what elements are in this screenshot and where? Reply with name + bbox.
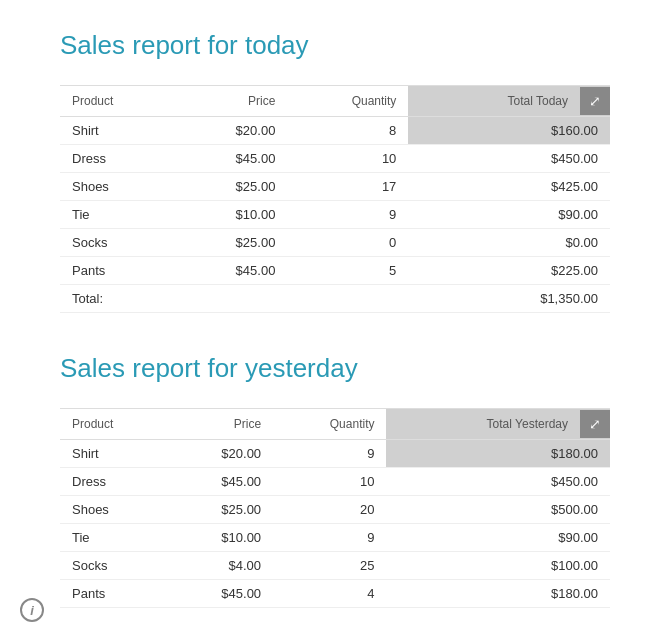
table-row: Socks $25.00 0 $0.00 [60,229,610,257]
yesterday-table: Product Price Quantity Total Yesterday ⤢… [60,408,610,608]
col-quantity-today: Quantity [287,86,408,117]
today-total-row: Total: $1,350.00 [60,285,610,313]
table-row: Shoes $25.00 20 $500.00 [60,496,610,524]
info-icon[interactable]: i [20,598,44,622]
table-row: Shoes $25.00 17 $425.00 [60,173,610,201]
table-row: Shirt $20.00 8 $160.00 [60,117,610,145]
today-total-value: $1,350.00 [408,285,610,313]
col-price-yesterday: Price [168,409,273,440]
yesterday-section: Sales report for yesterday Product Price… [60,353,610,608]
export-yesterday-button[interactable]: ⤢ [580,410,610,438]
table-row: Shirt $20.00 9 $180.00 [60,440,610,468]
table-row: Dress $45.00 10 $450.00 [60,145,610,173]
export-today-button[interactable]: ⤢ [580,87,610,115]
col-quantity-yesterday: Quantity [273,409,386,440]
table-row: Socks $4.00 25 $100.00 [60,552,610,580]
today-title: Sales report for today [60,30,610,61]
table-row: Tie $10.00 9 $90.00 [60,524,610,552]
yesterday-title: Sales report for yesterday [60,353,610,384]
col-total-today: Total Today ⤢ [408,86,610,117]
col-product-today: Product [60,86,175,117]
today-section: Sales report for today Product Price Qua… [60,30,610,313]
today-table: Product Price Quantity Total Today ⤢ Shi… [60,85,610,313]
col-product-yesterday: Product [60,409,168,440]
table-row: Pants $45.00 4 $180.00 [60,580,610,608]
today-total-label: Total: [60,285,175,313]
col-total-yesterday: Total Yesterday ⤢ [386,409,610,440]
table-row: Tie $10.00 9 $90.00 [60,201,610,229]
table-row: Pants $45.00 5 $225.00 [60,257,610,285]
col-price-today: Price [175,86,287,117]
table-row: Dress $45.00 10 $450.00 [60,468,610,496]
